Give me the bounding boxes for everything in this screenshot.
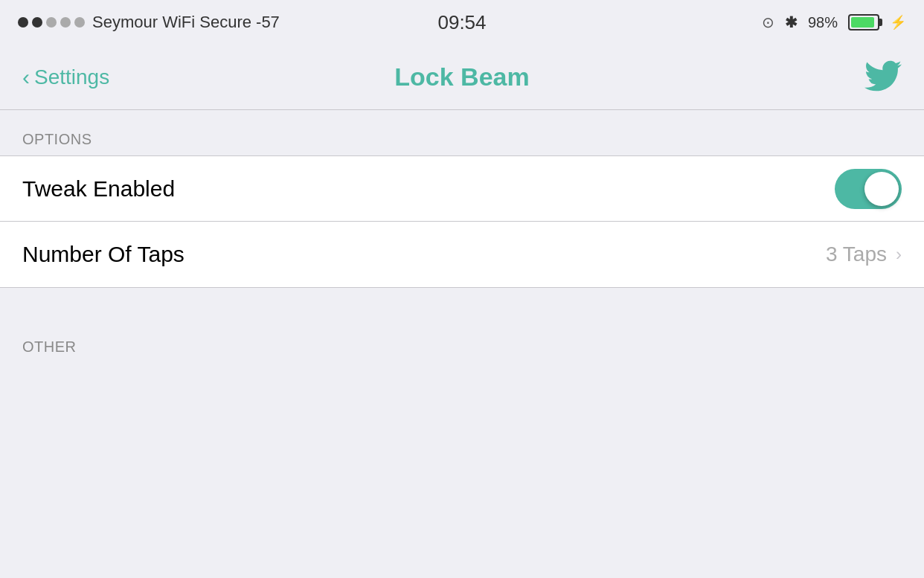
lock-icon: ⊙ (762, 13, 774, 31)
signal-dots (18, 17, 85, 28)
battery-fill (851, 17, 874, 28)
status-time: 09:54 (437, 11, 486, 34)
toggle-track (835, 169, 902, 209)
back-label: Settings (34, 65, 109, 89)
status-left: Seymour WiFi Secure -57 (18, 13, 280, 32)
signal-dot-3 (46, 17, 57, 28)
options-section-header: OPTIONS (0, 110, 924, 155)
carrier-text: Seymour WiFi Secure -57 (92, 13, 280, 32)
other-section-header: OTHER (0, 318, 924, 363)
number-of-taps-value: 3 Taps (826, 243, 887, 266)
battery-container (848, 14, 879, 30)
battery-percent: 98% (808, 14, 838, 31)
toggle-thumb (864, 172, 899, 206)
tweak-enabled-row: Tweak Enabled (0, 156, 924, 222)
page-title: Lock Beam (394, 62, 529, 91)
status-bar: Seymour WiFi Secure -57 09:54 ⊙ ✱ 98% ⚡ (0, 0, 924, 45)
battery-body (848, 14, 879, 30)
number-of-taps-row[interactable]: Number Of Taps 3 Taps › (0, 222, 924, 287)
signal-dot-5 (74, 17, 85, 28)
back-arrow-icon: ‹ (22, 66, 30, 89)
number-of-taps-right: 3 Taps › (826, 243, 902, 266)
twitter-button[interactable] (864, 57, 902, 97)
tweak-enabled-toggle[interactable] (835, 169, 902, 209)
section-spacer (0, 288, 924, 310)
other-header-text: OTHER (22, 338, 77, 355)
twitter-icon (864, 57, 902, 94)
back-button[interactable]: ‹ Settings (22, 65, 109, 89)
signal-dot-4 (60, 17, 71, 28)
options-list-group: Tweak Enabled Number Of Taps 3 Taps › (0, 155, 924, 288)
signal-dot-2 (32, 17, 42, 28)
chevron-right-icon: › (896, 244, 902, 265)
options-header-text: OPTIONS (22, 131, 92, 147)
nav-bar: ‹ Settings Lock Beam (0, 45, 924, 110)
bluetooth-icon: ✱ (785, 13, 798, 31)
number-of-taps-label: Number Of Taps (22, 242, 185, 267)
other-section: OTHER (0, 318, 924, 363)
lightning-icon: ⚡ (890, 14, 906, 30)
status-right: ⊙ ✱ 98% ⚡ (762, 13, 906, 31)
signal-dot-1 (18, 17, 28, 28)
tweak-enabled-label: Tweak Enabled (22, 176, 175, 202)
content-area: OPTIONS Tweak Enabled Number Of Taps 3 T… (0, 110, 924, 363)
